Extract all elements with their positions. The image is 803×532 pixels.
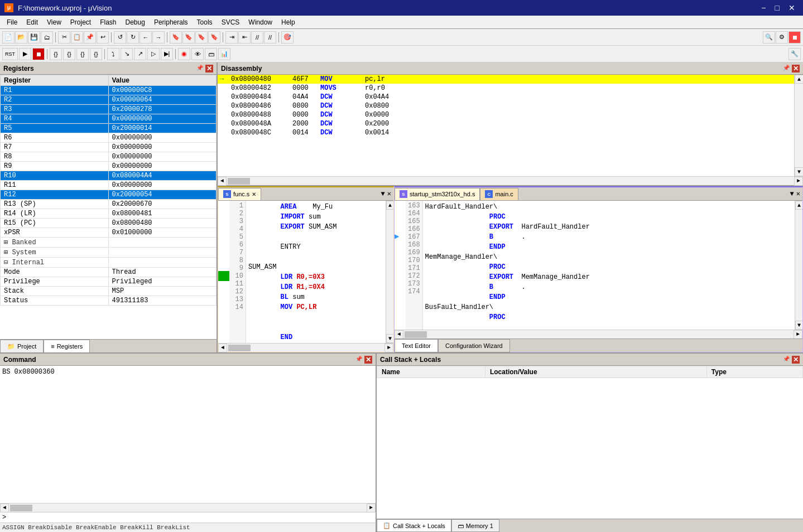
brace2-button[interactable]: {} <box>63 48 75 60</box>
func-scrollbar-v[interactable]: ▲ ▼ <box>386 201 393 343</box>
menu-view[interactable]: View <box>42 17 66 27</box>
tab-config-wizard[interactable]: Configuration Wizard <box>438 339 510 352</box>
brace4-button[interactable]: {} <box>90 48 102 60</box>
target-button[interactable]: 🎯 <box>281 31 294 43</box>
scroll-down-arrow[interactable]: ▼ <box>795 167 803 176</box>
menu-window[interactable]: Window <box>244 17 277 27</box>
startup-h-right[interactable]: ► <box>794 330 802 339</box>
bookmark4-button[interactable]: 🔖 <box>208 31 220 43</box>
func-scroll-up[interactable]: ▲ <box>386 201 393 210</box>
menu-project[interactable]: Project <box>66 17 95 27</box>
perf-button[interactable]: 📊 <box>218 48 230 60</box>
uncomment-button[interactable]: // <box>264 31 276 43</box>
tab-registers[interactable]: ≡ Registers <box>44 340 90 352</box>
startup-h-left[interactable]: ◄ <box>395 330 403 339</box>
main-tab[interactable]: C main.c <box>480 188 518 200</box>
startup-dropdown-icon[interactable]: ▼ <box>790 190 794 198</box>
scroll-left-arrow[interactable]: ◄ <box>218 177 227 186</box>
func-tab[interactable]: S func.s ✕ <box>218 188 261 200</box>
run-button[interactable]: ▶ <box>19 48 31 60</box>
new-button[interactable]: 📄 <box>2 31 15 43</box>
disasm-scrollbar-h[interactable]: ◄ ► <box>218 176 803 185</box>
callstack-content[interactable]: Name Location/Value Type <box>377 366 803 519</box>
indent-button[interactable]: ⇥ <box>225 31 238 43</box>
func-scrollbar-h[interactable]: ◄ ► <box>218 343 393 352</box>
next-state-button[interactable]: ▶| <box>161 48 173 60</box>
cmd-h-right[interactable]: ► <box>367 504 376 512</box>
menu-debug[interactable]: Debug <box>121 17 150 27</box>
settings-button[interactable]: ⚙ <box>776 31 788 43</box>
menu-help[interactable]: Help <box>277 17 300 27</box>
func-scroll-down[interactable]: ▼ <box>386 334 393 343</box>
startup-scroll-up[interactable]: ▲ <box>795 201 802 210</box>
open-button[interactable]: 📂 <box>15 31 27 43</box>
scroll-up-arrow[interactable]: ▲ <box>795 75 803 84</box>
run-cursor-button[interactable]: ▷ <box>147 48 160 60</box>
tab-text-editor[interactable]: Text Editor <box>395 339 438 352</box>
menu-peripherals[interactable]: Peripherals <box>150 17 193 27</box>
disasm-scrollbar-v[interactable]: ▲ ▼ <box>794 75 803 176</box>
undo-button[interactable]: ↩ <box>97 31 109 43</box>
stop2-button[interactable]: ⏹ <box>32 48 45 60</box>
command-pin-icon[interactable]: 📌 <box>355 356 362 364</box>
command-input[interactable] <box>6 514 373 521</box>
registers-close[interactable]: ✕ <box>205 65 213 72</box>
step-over-button[interactable]: ⤵ <box>107 48 119 60</box>
breakpoint-button[interactable]: ◉ <box>178 48 190 60</box>
disasm-pin-icon[interactable]: 📌 <box>783 65 790 72</box>
cut-button[interactable]: ✂ <box>58 31 70 43</box>
window-controls[interactable]: − □ ✕ <box>758 3 799 12</box>
command-output[interactable]: BS 0x08000360 <box>0 366 376 503</box>
startup-scroll-down[interactable]: ▼ <box>795 321 802 330</box>
startup-scrollbar-v[interactable]: ▲ ▼ <box>795 201 802 330</box>
cmd-h-left[interactable]: ◄ <box>0 504 9 512</box>
disasm-close[interactable]: ✕ <box>792 65 800 72</box>
startup-scrollbar-h[interactable]: ◄ ► <box>395 330 802 338</box>
menu-tools[interactable]: Tools <box>193 17 217 27</box>
config-button[interactable]: 🔧 <box>788 48 801 60</box>
callstack-close[interactable]: ✕ <box>792 356 800 364</box>
func-panel-close[interactable]: ✕ <box>387 190 391 198</box>
undo2-button[interactable]: ↺ <box>114 31 126 43</box>
disasm-content[interactable]: → 0x08000480 46F7 MOV pc,lr 0x08000482 0… <box>218 75 794 176</box>
menu-svcs[interactable]: SVCS <box>217 17 244 27</box>
bookmark-button[interactable]: 🔖 <box>170 31 182 43</box>
pin-icon[interactable]: 📌 <box>196 65 203 72</box>
step-in-button[interactable]: ↘ <box>121 48 133 60</box>
back-button[interactable]: ← <box>140 31 152 43</box>
func-h-right[interactable]: ► <box>384 344 393 352</box>
memory-button[interactable]: 🗃 <box>205 48 217 60</box>
func-h-left[interactable]: ◄ <box>218 344 227 352</box>
bookmark2-button[interactable]: 🔖 <box>182 31 195 43</box>
func-code-lines[interactable]: AREA My_Fu IMPORT sum EXPORT SUM_ASM ENT… <box>246 201 386 343</box>
registers-scroll[interactable]: Register Value R10x000000C8 R20x00000064… <box>0 75 217 339</box>
minimize-button[interactable]: − <box>758 3 769 12</box>
save-button[interactable]: 💾 <box>28 31 40 43</box>
startup-panel-close[interactable]: ✕ <box>796 190 800 198</box>
dropdown-icon[interactable]: ▼ <box>381 190 385 198</box>
menu-flash[interactable]: Flash <box>95 17 121 27</box>
stop-button[interactable]: ⏹ <box>788 31 801 43</box>
save-all-button[interactable]: 🗂 <box>41 31 53 43</box>
paste-button[interactable]: 📌 <box>84 31 96 43</box>
brace1-button[interactable]: {} <box>50 48 62 60</box>
forward-button[interactable]: → <box>152 31 165 43</box>
tab-project[interactable]: 📁 Project <box>0 340 44 352</box>
callstack-pin-icon[interactable]: 📌 <box>783 356 790 364</box>
startup-code-lines[interactable]: HardFault_Handler\ PROC EXPORT HardFault… <box>423 201 795 330</box>
scroll-right-arrow[interactable]: ► <box>794 177 803 186</box>
tab-memory-1[interactable]: 🗃 Memory 1 <box>451 519 499 532</box>
tab-call-stack-locals[interactable]: 📋 Call Stack + Locals <box>377 519 451 532</box>
command-close[interactable]: ✕ <box>364 356 372 364</box>
copy-button[interactable]: 📋 <box>71 31 83 43</box>
outdent-button[interactable]: ⇤ <box>238 31 251 43</box>
find-button[interactable]: 🔍 <box>763 31 775 43</box>
close-button[interactable]: ✕ <box>785 3 799 12</box>
startup-tab[interactable]: S startup_stm32f10x_hd.s <box>395 188 480 200</box>
brace3-button[interactable]: {} <box>76 48 89 60</box>
comment-button[interactable]: // <box>251 31 263 43</box>
watch-button[interactable]: 👁 <box>191 48 204 60</box>
menu-edit[interactable]: Edit <box>22 17 42 27</box>
step-out-button[interactable]: ↗ <box>134 48 146 60</box>
rst-button[interactable]: RST <box>2 48 18 60</box>
